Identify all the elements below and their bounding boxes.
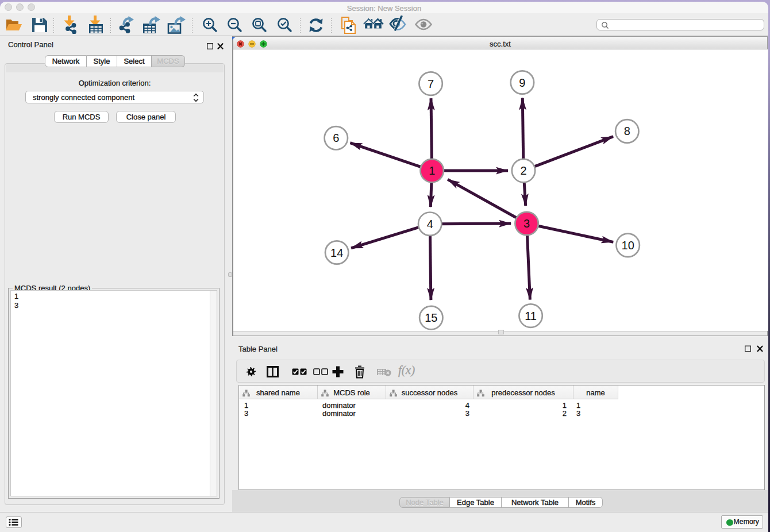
svg-text:2: 2 (520, 164, 526, 177)
svg-text:4: 4 (427, 218, 433, 230)
svg-text:15: 15 (425, 311, 437, 324)
svg-text:9: 9 (519, 76, 525, 89)
svg-text:1: 1 (429, 164, 435, 177)
svg-text:14: 14 (330, 246, 343, 259)
svg-text:6: 6 (333, 132, 339, 144)
svg-text:8: 8 (624, 125, 630, 137)
svg-text:3: 3 (523, 217, 530, 230)
svg-text:7: 7 (428, 78, 434, 90)
svg-text:11: 11 (525, 310, 537, 322)
svg-text:10: 10 (622, 239, 634, 252)
